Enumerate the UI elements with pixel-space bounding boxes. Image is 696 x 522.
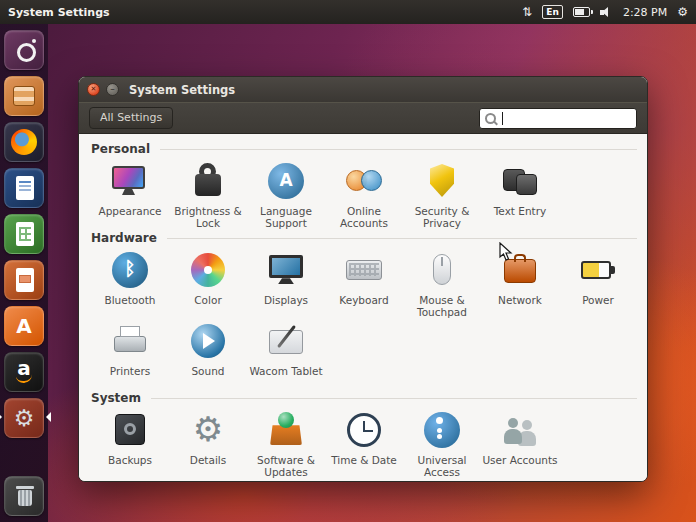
setting-label: Color [194, 294, 221, 318]
indicator-area: En 2:28 PM [522, 5, 688, 19]
close-button[interactable] [87, 83, 100, 96]
setting-wacom-tablet[interactable]: Wacom Tablet [247, 321, 325, 389]
setting-power[interactable]: Power [559, 250, 637, 318]
setting-printers[interactable]: Printers [91, 321, 169, 389]
setting-label: Security & Privacy [404, 205, 480, 229]
color-icon [188, 250, 228, 290]
clock-indicator[interactable]: 2:28 PM [623, 6, 667, 19]
setting-label: Power [582, 294, 614, 318]
libreoffice-writer-icon[interactable] [4, 168, 44, 208]
setting-security-privacy[interactable]: Security & Privacy [403, 161, 481, 229]
battery-icon[interactable] [573, 7, 590, 17]
section-divider [160, 149, 637, 150]
setting-label: Network [498, 294, 542, 318]
section-title: System [91, 391, 141, 405]
settings-grid: BackupsDetailsSoftware & UpdatesTime & D… [91, 407, 643, 478]
setting-displays[interactable]: Displays [247, 250, 325, 318]
setting-label: Keyboard [339, 294, 388, 318]
section-personal: PersonalAppearanceBrightness & LockLangu… [91, 141, 643, 229]
window-titlebar[interactable]: System Settings [79, 77, 647, 102]
firefox-icon[interactable] [4, 122, 44, 162]
setting-appearance[interactable]: Appearance [91, 161, 169, 229]
setting-label: Software & Updates [248, 454, 324, 478]
setting-sound[interactable]: Sound [169, 321, 247, 389]
setting-time-date[interactable]: Time & Date [325, 410, 403, 478]
appearance-icon [110, 161, 150, 201]
section-divider [167, 238, 637, 239]
setting-universal-access[interactable]: Universal Access [403, 410, 481, 478]
settings-grid: AppearanceBrightness & LockLanguage Supp… [91, 158, 643, 229]
settings-content: PersonalAppearanceBrightness & LockLangu… [79, 134, 647, 481]
session-menu-icon[interactable] [677, 5, 688, 19]
window-title: System Settings [129, 83, 235, 97]
setting-brightness-lock[interactable]: Brightness & Lock [169, 161, 247, 229]
section-system: SystemBackupsDetailsSoftware & UpdatesTi… [91, 390, 643, 478]
section-title: Hardware [91, 231, 157, 245]
setting-details[interactable]: Details [169, 410, 247, 478]
language-support-icon [266, 161, 306, 201]
user-accounts-icon [500, 410, 540, 450]
setting-label: Text Entry [494, 205, 547, 229]
setting-text-entry[interactable]: Text Entry [481, 161, 559, 229]
backups-icon [110, 410, 150, 450]
setting-mouse-touchpad[interactable]: Mouse & Touchpad [403, 250, 481, 318]
setting-keyboard[interactable]: Keyboard [325, 250, 403, 318]
ubuntu-dash-icon[interactable] [4, 30, 44, 70]
setting-label: User Accounts [482, 454, 557, 478]
setting-label: Appearance [98, 205, 161, 229]
unity-launcher [0, 24, 48, 522]
section-hardware: HardwareBluetoothColorDisplaysKeyboardMo… [91, 230, 643, 389]
search-icon [485, 113, 496, 124]
volume-icon[interactable] [600, 6, 613, 18]
setting-bluetooth[interactable]: Bluetooth [91, 250, 169, 318]
bluetooth-icon [110, 250, 150, 290]
all-settings-button[interactable]: All Settings [89, 107, 173, 129]
setting-label: Mouse & Touchpad [404, 294, 480, 318]
menubar-app-title: System Settings [8, 6, 110, 19]
setting-label: Time & Date [331, 454, 397, 478]
mouse-touchpad-icon [422, 250, 462, 290]
minimize-button[interactable] [106, 83, 119, 96]
text-input-switcher-icon[interactable] [522, 5, 532, 19]
displays-icon [266, 250, 306, 290]
ubuntu-software-center-icon[interactable] [4, 306, 44, 346]
setting-label: Online Accounts [326, 205, 402, 229]
trash-icon[interactable] [4, 476, 44, 516]
setting-network[interactable]: Network [481, 250, 559, 318]
libreoffice-impress-icon[interactable] [4, 260, 44, 300]
setting-label: Wacom Tablet [249, 365, 322, 389]
universal-access-icon [422, 410, 462, 450]
setting-software-updates[interactable]: Software & Updates [247, 410, 325, 478]
setting-label: Printers [110, 365, 150, 389]
system-settings-window: System Settings All Settings PersonalApp… [78, 76, 648, 482]
details-icon [188, 410, 228, 450]
search-input[interactable] [503, 109, 631, 128]
setting-online-accounts[interactable]: Online Accounts [325, 161, 403, 229]
language-indicator[interactable]: En [542, 5, 563, 19]
files-icon[interactable] [4, 76, 44, 116]
setting-label: Bluetooth [105, 294, 156, 318]
security-privacy-icon [422, 161, 462, 201]
sound-icon [188, 321, 228, 361]
focused-indicator [46, 412, 51, 422]
printers-icon [110, 321, 150, 361]
wacom-tablet-icon [266, 321, 306, 361]
software-updates-icon [266, 410, 306, 450]
setting-label: Brightness & Lock [170, 205, 246, 229]
window-toolbar: All Settings [79, 102, 647, 134]
setting-color[interactable]: Color [169, 250, 247, 318]
setting-backups[interactable]: Backups [91, 410, 169, 478]
time-date-icon [344, 410, 384, 450]
system-settings-icon[interactable] [4, 398, 44, 438]
brightness-lock-icon [188, 161, 228, 201]
amazon-icon[interactable] [4, 352, 44, 392]
setting-label: Backups [108, 454, 152, 478]
setting-label: Sound [191, 365, 224, 389]
network-icon [500, 250, 540, 290]
setting-language-support[interactable]: Language Support [247, 161, 325, 229]
search-box[interactable] [479, 108, 637, 129]
setting-user-accounts[interactable]: User Accounts [481, 410, 559, 478]
running-indicator [0, 412, 2, 422]
setting-label: Displays [264, 294, 308, 318]
libreoffice-calc-icon[interactable] [4, 214, 44, 254]
